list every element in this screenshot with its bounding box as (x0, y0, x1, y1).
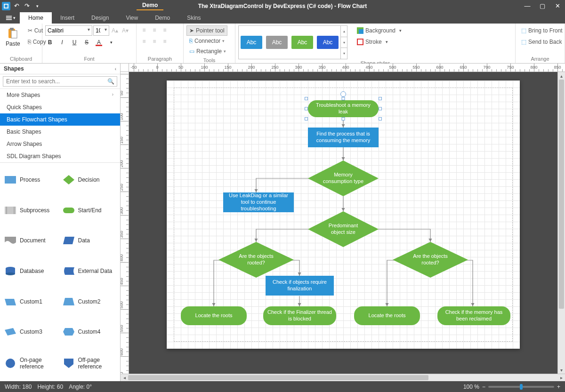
font-color-dropdown[interactable]: ▾ (106, 38, 116, 47)
close-button[interactable]: ✕ (550, 0, 565, 12)
send-to-back-button[interactable]: ⬚Send to Back▾ (518, 37, 565, 47)
file-button[interactable]: ▾ (1, 12, 20, 24)
horizontal-ruler[interactable]: -500501001502002503003504004505005506006… (129, 64, 565, 72)
node-end-2[interactable]: Check if the Finalizer thread is blocked (263, 306, 336, 325)
shape-decision[interactable]: Decision (61, 167, 118, 193)
font-color-button[interactable]: A (94, 38, 104, 47)
category-3[interactable]: Basic Shapes (0, 126, 120, 138)
shape-custom4[interactable]: Custom4 (61, 319, 118, 345)
node-decision-4[interactable]: Are the objects rooted? (393, 242, 468, 278)
font-name-input[interactable] (45, 25, 92, 36)
node-process-1[interactable]: Find the process that is consuming the m… (308, 128, 379, 147)
tab-demo[interactable]: Demo (146, 12, 178, 24)
style-swatch-1[interactable]: Abc (266, 36, 288, 49)
shape-custom3[interactable]: Custom3 (3, 319, 59, 345)
diagram-canvas[interactable]: Troubleshoot a memory leak Find the proc… (129, 72, 557, 374)
vertical-ruler[interactable]: 5010015020025030035040045050055060065070… (121, 72, 129, 374)
minimize-button[interactable]: — (520, 0, 535, 12)
shape-icon (4, 326, 17, 337)
zoom-in-icon[interactable]: + (557, 384, 560, 390)
redo-icon[interactable]: ↷ (23, 2, 31, 10)
align-middle-icon[interactable]: ≡ (150, 25, 159, 35)
ruler-corner (121, 64, 129, 72)
shape-subprocess[interactable]: Subprocess (3, 197, 59, 224)
diagram-page[interactable]: Troubleshoot a memory leak Find the proc… (167, 80, 520, 349)
category-1[interactable]: Quick Shapes (0, 101, 120, 113)
font-size-input[interactable] (93, 25, 109, 36)
zoom-label: 100 % (463, 384, 479, 390)
pointer-tool-button[interactable]: ➤Pointer tool (186, 25, 227, 36)
align-top-icon[interactable]: ≡ (139, 25, 149, 35)
svg-rect-7 (11, 31, 17, 38)
shape-start-end[interactable]: Start/End (61, 197, 118, 224)
align-center-icon[interactable]: ≡ (150, 37, 159, 46)
node-process-3[interactable]: Check if objects require finalization (266, 276, 334, 296)
rotate-handle-icon[interactable] (340, 91, 346, 97)
node-start[interactable]: Troubleshoot a memory leak (308, 100, 379, 117)
category-0[interactable]: More Shapes› (0, 89, 120, 101)
app-icon[interactable] (2, 2, 10, 10)
connector-tool-button[interactable]: ⎘Connector▾ (186, 36, 227, 46)
shape-process[interactable]: Process (3, 167, 59, 193)
horizontal-scrollbar[interactable]: ◂ ▸ (121, 374, 565, 381)
category-5[interactable]: SDL Diagram Shapes (0, 150, 120, 162)
svg-rect-10 (357, 39, 363, 45)
shape-on-page-reference[interactable]: On-page reference (3, 349, 59, 377)
svg-rect-9 (359, 29, 363, 34)
shape-search-input[interactable] (3, 76, 117, 87)
style-gallery[interactable]: AbcAbcAbcAbc ▴▾▾ (238, 25, 347, 59)
shape-off-page-reference[interactable]: Off-page reference (61, 349, 118, 377)
node-decision-3[interactable]: Are the objects rooted? (218, 242, 294, 278)
gallery-down-icon[interactable]: ▾ (341, 37, 347, 48)
underline-button[interactable]: U (70, 38, 79, 47)
shape-data[interactable]: Data (61, 227, 118, 254)
node-decision-1[interactable]: Memory consumption type (308, 160, 379, 196)
qat-dropdown-icon[interactable]: ▾ (33, 2, 41, 10)
maximize-button[interactable]: ▢ (535, 0, 550, 12)
node-decision-2[interactable]: Predominant object size (308, 211, 379, 247)
collapse-panel-icon[interactable]: ‹ (115, 66, 116, 72)
node-end-4[interactable]: Check if the memory has been reclaimed (437, 306, 510, 325)
rectangle-tool-button[interactable]: ▭Rectangle▾ (186, 46, 229, 56)
style-swatch-0[interactable]: Abc (241, 36, 262, 49)
shape-external-data[interactable]: External Data (61, 258, 118, 285)
status-angle: Angle: 0° (69, 384, 92, 390)
shape-document[interactable]: Document (3, 227, 59, 254)
tab-insert[interactable]: Insert (52, 12, 83, 24)
tab-skins[interactable]: Skins (178, 12, 209, 24)
copy-icon: ⎘ (28, 39, 31, 45)
category-4[interactable]: Arrow Shapes (0, 138, 120, 150)
italic-button[interactable]: I (57, 38, 67, 47)
node-end-3[interactable]: Locate the roots (354, 306, 420, 325)
vertical-scrollbar[interactable]: ▴ ▾ (557, 72, 565, 374)
tab-view[interactable]: View (117, 12, 146, 24)
undo-icon[interactable]: ↶ (12, 2, 21, 10)
tab-design[interactable]: Design (83, 12, 117, 24)
strike-button[interactable]: S (82, 38, 91, 47)
node-process-2[interactable]: Use LeakDiag or a similar tool to contin… (223, 192, 294, 212)
send-back-icon: ⬚ (521, 39, 526, 45)
shape-custom2[interactable]: Custom2 (61, 288, 118, 315)
background-button[interactable]: Background▾ (354, 25, 404, 36)
gallery-more-icon[interactable]: ▾ (341, 48, 347, 59)
zoom-out-icon[interactable]: − (482, 384, 485, 390)
bold-button[interactable]: B (45, 38, 55, 47)
style-swatch-2[interactable]: Abc (291, 36, 313, 49)
gallery-up-icon[interactable]: ▴ (341, 26, 347, 37)
align-right-icon[interactable]: ≡ (160, 37, 170, 46)
search-icon[interactable]: 🔍 (107, 78, 114, 85)
category-2[interactable]: Basic Flowchart Shapes (0, 113, 120, 126)
align-bottom-icon[interactable]: ≡ (160, 25, 170, 35)
style-swatch-3[interactable]: Abc (317, 36, 339, 49)
shrink-font-icon[interactable]: A▾ (121, 26, 130, 35)
node-end-1[interactable]: Locate the roots (181, 306, 247, 325)
grow-font-icon[interactable]: A▴ (110, 26, 120, 35)
stroke-button[interactable]: Stroke▾ (354, 37, 404, 47)
align-left-icon[interactable]: ≡ (139, 37, 149, 46)
zoom-slider[interactable] (488, 386, 554, 388)
paste-button[interactable]: Paste (3, 25, 23, 49)
bring-to-front-button[interactable]: ⬚Bring to Front▾ (518, 25, 565, 36)
tab-home[interactable]: Home (20, 12, 52, 24)
shape-custom1[interactable]: Custom1 (3, 288, 59, 315)
shape-database[interactable]: Database (3, 258, 59, 285)
